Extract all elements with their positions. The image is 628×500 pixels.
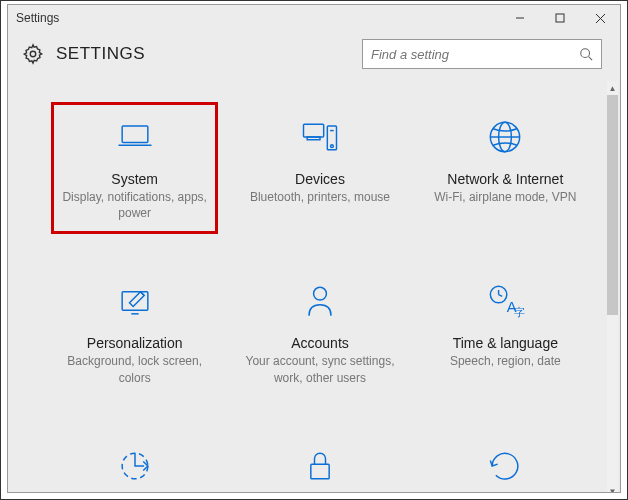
svg-point-12 bbox=[331, 145, 334, 148]
item-desc: Bluetooth, printers, mouse bbox=[250, 189, 390, 205]
item-title: Network & Internet bbox=[447, 171, 563, 187]
svg-line-6 bbox=[589, 57, 593, 61]
svg-rect-9 bbox=[303, 124, 323, 137]
restore-icon bbox=[481, 442, 529, 490]
item-title: Accounts bbox=[291, 335, 349, 351]
search-icon bbox=[579, 47, 593, 61]
svg-rect-11 bbox=[327, 126, 336, 150]
svg-text:字: 字 bbox=[514, 306, 525, 318]
svg-point-20 bbox=[314, 288, 327, 301]
gear-icon bbox=[22, 43, 44, 65]
svg-point-5 bbox=[581, 49, 590, 58]
settings-item-time-language[interactable]: A字Time & languageSpeech, region, date bbox=[423, 267, 588, 397]
settings-item-personalization[interactable]: PersonalizationBackground, lock screen, … bbox=[52, 267, 217, 397]
item-desc: Your account, sync settings, work, other… bbox=[245, 353, 395, 385]
laptop-icon bbox=[111, 113, 159, 161]
settings-item-row3-6[interactable] bbox=[52, 432, 217, 493]
svg-rect-7 bbox=[122, 126, 148, 143]
scrollbar[interactable]: ▲ ▼ bbox=[607, 81, 618, 493]
content-area: SystemDisplay, notifications, apps, powe… bbox=[8, 81, 620, 493]
page-title: SETTINGS bbox=[56, 44, 145, 64]
header: SETTINGS bbox=[8, 31, 620, 81]
devices-icon bbox=[296, 113, 344, 161]
settings-item-row3-7[interactable] bbox=[237, 432, 402, 493]
settings-item-row3-8[interactable] bbox=[423, 432, 588, 493]
titlebar: Settings bbox=[8, 5, 620, 31]
scroll-down-icon[interactable]: ▼ bbox=[607, 484, 618, 493]
maximize-button[interactable] bbox=[540, 5, 580, 31]
svg-rect-27 bbox=[311, 464, 329, 479]
settings-item-network-internet[interactable]: Network & InternetWi-Fi, airplane mode, … bbox=[423, 103, 588, 233]
search-input[interactable] bbox=[371, 47, 571, 62]
item-desc: Wi-Fi, airplane mode, VPN bbox=[434, 189, 576, 205]
item-desc: Background, lock screen, colors bbox=[60, 353, 210, 385]
minimize-button[interactable] bbox=[500, 5, 540, 31]
svg-point-4 bbox=[30, 51, 36, 57]
settings-item-devices[interactable]: DevicesBluetooth, printers, mouse bbox=[237, 103, 402, 233]
item-desc: Speech, region, date bbox=[450, 353, 561, 369]
time-lang-icon: A字 bbox=[481, 277, 529, 325]
ease-icon bbox=[111, 442, 159, 490]
item-title: System bbox=[111, 171, 158, 187]
scroll-thumb[interactable] bbox=[607, 95, 618, 315]
scroll-up-icon[interactable]: ▲ bbox=[607, 81, 618, 95]
item-title: Devices bbox=[295, 171, 345, 187]
globe-icon bbox=[481, 113, 529, 161]
item-title: Personalization bbox=[87, 335, 183, 351]
item-title: Time & language bbox=[453, 335, 558, 351]
settings-item-system[interactable]: SystemDisplay, notifications, apps, powe… bbox=[52, 103, 217, 233]
svg-rect-10 bbox=[307, 137, 320, 140]
svg-rect-1 bbox=[556, 14, 564, 22]
svg-line-23 bbox=[499, 295, 503, 297]
window-title: Settings bbox=[16, 11, 59, 25]
item-desc: Display, notifications, apps, power bbox=[60, 189, 210, 221]
close-button[interactable] bbox=[580, 5, 620, 31]
search-box[interactable] bbox=[362, 39, 602, 69]
settings-item-accounts[interactable]: AccountsYour account, sync settings, wor… bbox=[237, 267, 402, 397]
person-icon bbox=[296, 277, 344, 325]
personalize-icon bbox=[111, 277, 159, 325]
lock-icon bbox=[296, 442, 344, 490]
